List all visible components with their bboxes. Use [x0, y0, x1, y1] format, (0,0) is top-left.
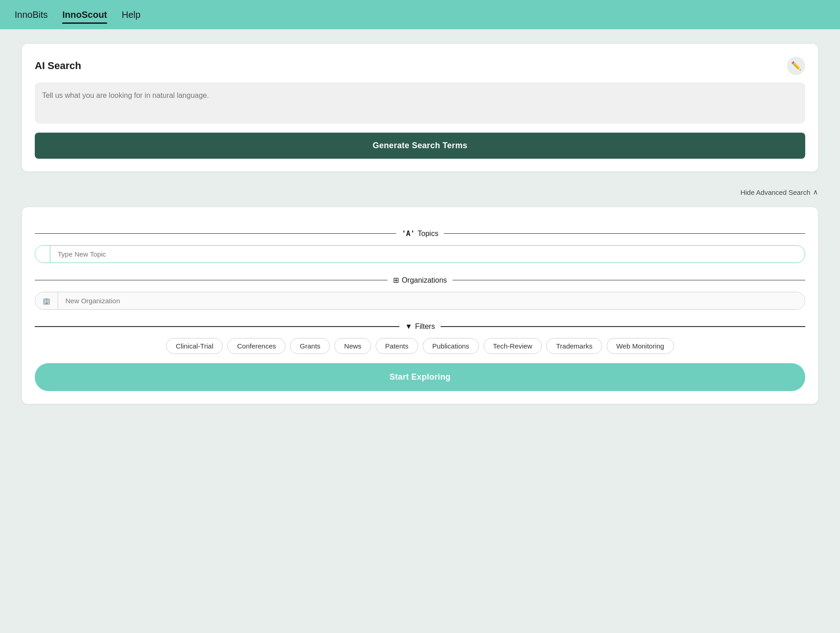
ai-search-title: AI Search — [35, 60, 81, 72]
filter-pill-tech-review[interactable]: Tech-Review — [484, 338, 542, 354]
org-divider-right — [452, 280, 805, 281]
topics-icon: 'A' — [402, 229, 415, 238]
topics-label: 'A' Topics — [402, 229, 438, 238]
filter-pill-web-monitoring[interactable]: Web Monitoring — [607, 338, 674, 354]
filter-icon: ▼ — [405, 322, 412, 331]
topics-divider: 'A' Topics — [35, 229, 805, 238]
org-pill-label: 🏢 — [35, 292, 58, 309]
nav-innobits[interactable]: InnoBits — [15, 6, 48, 24]
filter-pill-grants[interactable]: Grants — [290, 338, 330, 354]
org-building-icon: 🏢 — [43, 297, 50, 305]
topic-input-container — [35, 245, 805, 263]
filters-divider-left — [35, 326, 399, 327]
ai-search-input[interactable] — [35, 82, 805, 123]
nav-help[interactable]: Help — [122, 6, 140, 24]
topic-pill-label — [35, 246, 50, 263]
building-icon: ⊞ — [393, 276, 399, 284]
generate-search-terms-button[interactable]: Generate Search Terms — [35, 133, 805, 159]
search-options-card: 'A' Topics ⊞ Organizations 🏢 — [22, 207, 818, 404]
main-content: AI Search ✏️ Generate Search Terms Hide … — [0, 29, 840, 418]
filter-pill-trademarks[interactable]: Trademarks — [546, 338, 602, 354]
filters-row: Clinical-TrialConferencesGrantsNewsPaten… — [35, 338, 805, 354]
org-input-container: 🏢 — [35, 292, 805, 310]
chevron-up-icon: ∧ — [813, 188, 818, 196]
filter-pill-news[interactable]: News — [334, 338, 371, 354]
hide-advanced-label: Hide Advanced Search — [740, 188, 810, 196]
ai-search-header: AI Search ✏️ — [35, 57, 805, 75]
start-exploring-button[interactable]: Start Exploring — [35, 363, 805, 391]
org-divider-left — [35, 280, 388, 281]
filters-label: ▼ Filters — [405, 322, 435, 331]
ai-search-card: AI Search ✏️ Generate Search Terms — [22, 44, 818, 172]
org-input[interactable] — [58, 292, 805, 309]
filter-pill-conferences[interactable]: Conferences — [227, 338, 285, 354]
filters-divider-right — [441, 326, 805, 327]
filter-pill-patents[interactable]: Patents — [376, 338, 418, 354]
filters-divider: ▼ Filters — [35, 322, 805, 331]
filter-pill-publications[interactable]: Publications — [423, 338, 479, 354]
divider-right — [444, 233, 805, 234]
hide-advanced-search[interactable]: Hide Advanced Search ∧ — [22, 188, 818, 196]
organizations-label: ⊞ Organizations — [393, 276, 447, 284]
pencil-icon: ✏️ — [791, 61, 801, 71]
topic-input[interactable] — [50, 246, 805, 263]
navbar: InnoBits InnoScout Help — [0, 0, 840, 29]
filter-pill-clinical-trial[interactable]: Clinical-Trial — [166, 338, 223, 354]
nav-innoscout[interactable]: InnoScout — [62, 6, 107, 24]
divider-left — [35, 233, 396, 234]
organizations-divider: ⊞ Organizations — [35, 276, 805, 284]
ai-icon-button[interactable]: ✏️ — [787, 57, 805, 75]
